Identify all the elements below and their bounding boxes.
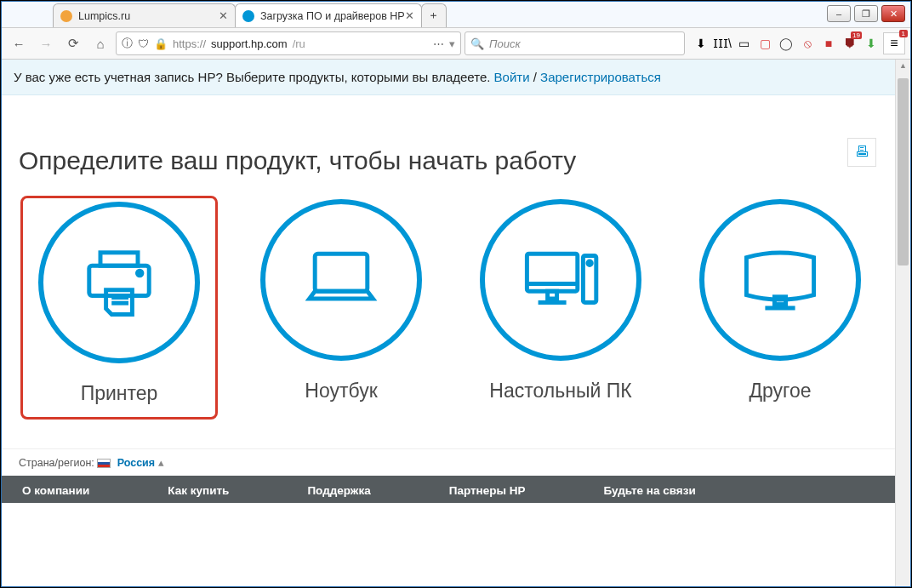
ext-download-helper-icon[interactable]: ⬇ [862, 34, 881, 53]
region-selector[interactable]: Страна/регион: Россия ▴ [2, 448, 895, 476]
print-icon: 🖶 [855, 144, 869, 161]
url-scheme: https:// [173, 37, 206, 50]
forward-icon: → [40, 37, 53, 51]
home-button[interactable]: ⌂ [88, 31, 112, 55]
vertical-scrollbar[interactable] [895, 60, 910, 586]
reader-glyph: ▭ [738, 37, 750, 50]
footer-link-about[interactable]: О компании [22, 484, 89, 503]
printer-icon [38, 202, 200, 363]
library-glyph: 𝖨𝖨𝖨\ [713, 37, 732, 50]
reader-icon[interactable]: ▭ [734, 34, 753, 53]
svg-rect-5 [315, 254, 368, 291]
page-actions-icon[interactable]: ⋯ [433, 37, 444, 50]
account-banner: У вас уже есть учетная запись HP? Выбери… [2, 60, 895, 95]
product-grid: Принтер Ноутбук [2, 196, 895, 448]
menu-icon: ≡ [890, 36, 898, 51]
print-button[interactable]: 🖶 [847, 138, 876, 167]
search-box[interactable]: 🔍 Поиск [465, 31, 685, 55]
ext-noscript-icon[interactable]: ⦸ [798, 34, 817, 53]
favicon-hp [242, 10, 254, 22]
ext-adblock-icon[interactable]: ■ [819, 34, 838, 53]
svg-rect-8 [548, 291, 557, 299]
product-label: Настольный ПК [489, 380, 631, 402]
plus-icon: ＋ [428, 9, 439, 23]
login-link[interactable]: Войти [494, 70, 530, 84]
ext-ublock-icon[interactable]: ⛊ [841, 34, 859, 53]
footer-link-connect[interactable]: Будьте на связи [604, 484, 696, 503]
laptop-icon [260, 199, 422, 361]
register-link[interactable]: Зарегистрироваться [540, 70, 661, 84]
url-path: /ru [293, 37, 305, 50]
titlebar: Lumpics.ru ✕ Загрузка ПО и драйверов HP … [2, 2, 910, 27]
page-content: У вас уже есть учетная запись HP? Выбери… [2, 60, 895, 586]
close-tab-icon[interactable]: ✕ [405, 9, 414, 22]
footer-link-partners[interactable]: Партнеры HP [449, 484, 526, 503]
minimize-icon: – [836, 9, 841, 19]
close-window-button[interactable]: ✕ [881, 5, 905, 22]
abp-glyph: ■ [825, 37, 832, 50]
pocket-icon[interactable]: ▢ [755, 34, 774, 53]
region-label: Страна/регион: [19, 457, 97, 469]
russia-flag-icon [97, 459, 111, 468]
tracking-shield-icon[interactable]: 🛡 [138, 37, 149, 50]
greenarrow-glyph: ⬇ [866, 37, 876, 50]
ext-opera-icon[interactable]: ◯ [777, 34, 795, 53]
product-label: Ноутбук [305, 380, 377, 402]
product-printer[interactable]: Принтер [20, 196, 218, 420]
forward-button[interactable]: → [34, 31, 58, 55]
scrollbar-thumb[interactable] [898, 78, 909, 265]
download-glyph: ⬇ [696, 37, 706, 50]
site-info-icon[interactable]: ⓘ [122, 36, 133, 51]
chevron-up-icon: ▴ [158, 457, 164, 469]
banner-sep: / [533, 70, 540, 84]
close-icon: ✕ [890, 9, 898, 20]
minimize-button[interactable]: – [827, 5, 851, 22]
pocket-glyph: ▢ [760, 37, 771, 50]
tab-title: Lumpics.ru [78, 10, 130, 22]
maximize-button[interactable]: ❐ [854, 5, 878, 22]
ushield-glyph: ⛊ [844, 37, 856, 50]
app-menu-button[interactable]: ≡ [883, 32, 905, 54]
tab-hp-drivers[interactable]: Загрузка ПО и драйверов HP ✕ [235, 3, 422, 27]
nosign-glyph: ⦸ [804, 37, 812, 51]
home-icon: ⌂ [96, 37, 104, 51]
window-controls: – ❐ ✕ [827, 5, 905, 22]
product-laptop[interactable]: Ноутбук [245, 196, 437, 420]
back-icon: ← [13, 37, 26, 51]
svg-point-11 [588, 261, 591, 265]
page-footer: О компании Как купить Поддержка Партнеры… [2, 476, 895, 503]
downloads-icon[interactable]: ⬇ [692, 34, 710, 53]
banner-text: У вас уже есть учетная запись HP? Выбери… [14, 70, 494, 84]
address-bar[interactable]: ⓘ 🛡 🔒 https://support.hp.com/ru ⋯ ▾ [116, 31, 461, 55]
library-icon[interactable]: 𝖨𝖨𝖨\ [713, 34, 732, 53]
page-heading: Определите ваш продукт, чтобы начать раб… [19, 146, 878, 175]
reload-button[interactable]: ⟳ [61, 31, 85, 55]
back-button[interactable]: ← [7, 31, 31, 55]
opera-glyph: ◯ [779, 37, 793, 50]
reload-icon: ⟳ [68, 36, 79, 51]
product-label: Принтер [81, 382, 158, 405]
region-value[interactable]: Россия [117, 457, 155, 469]
lock-warning-icon[interactable]: 🔒 [154, 37, 168, 50]
toolbar-extensions: ⬇ 𝖨𝖨𝖨\ ▭ ▢ ◯ ⦸ ■ ⛊ ⬇ ≡ [688, 32, 905, 54]
new-tab-button[interactable]: ＋ [421, 3, 447, 27]
search-icon: 🔍 [470, 37, 484, 50]
product-desktop[interactable]: Настольный ПК [465, 196, 657, 420]
nav-toolbar: ← → ⟳ ⌂ ⓘ 🛡 🔒 https://support.hp.com/ru … [2, 27, 910, 60]
maximize-icon: ❐ [862, 9, 870, 20]
close-tab-icon[interactable]: ✕ [219, 9, 228, 22]
url-host: support.hp.com [211, 37, 288, 50]
search-placeholder: Поиск [489, 37, 521, 50]
tab-title: Загрузка ПО и драйверов HP [260, 10, 405, 22]
favicon-lumpics [60, 10, 72, 22]
url-dropdown-icon[interactable]: ▾ [449, 37, 455, 50]
tab-strip: Lumpics.ru ✕ Загрузка ПО и драйверов HP … [2, 2, 446, 27]
tab-lumpics[interactable]: Lumpics.ru ✕ [53, 3, 236, 27]
product-other[interactable]: Другое [684, 196, 876, 420]
desktop-icon [480, 199, 641, 361]
monitor-icon [699, 199, 861, 361]
product-label: Другое [749, 380, 811, 402]
footer-link-support[interactable]: Поддержка [307, 484, 370, 503]
svg-rect-1 [100, 253, 138, 265]
footer-link-buy[interactable]: Как купить [168, 484, 229, 503]
